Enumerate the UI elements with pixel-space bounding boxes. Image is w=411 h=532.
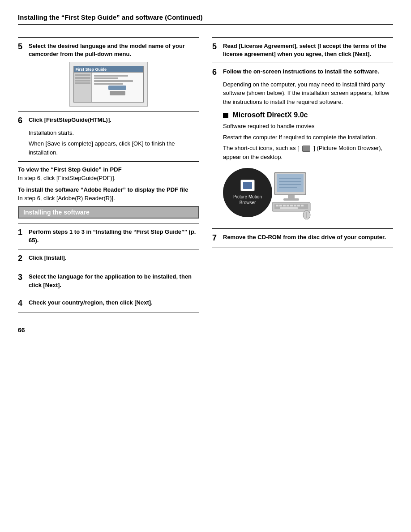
svg-rect-10 <box>276 205 278 206</box>
svg-rect-7 <box>283 198 299 201</box>
screenshot-button-2 <box>110 91 125 95</box>
adobe-body: In step 6, click [Adobe(R) Reader(R)]. <box>18 194 199 203</box>
install-step-text-1: Perform steps 1 to 3 in “Installing the … <box>29 228 199 244</box>
install-step-1: 1 Perform steps 1 to 3 in “Installing th… <box>18 228 199 244</box>
step-6-line1: Installation starts. <box>29 129 199 137</box>
svg-rect-17 <box>301 205 304 206</box>
step-num-5-right: 5 <box>212 42 220 58</box>
pmb-icon-inline <box>302 146 310 152</box>
step-6-body: Installation starts. When [Save is compl… <box>29 129 199 157</box>
pmb-icon-inner <box>243 182 252 189</box>
install-step-num-4: 4 <box>18 299 26 309</box>
right-column: 5 Read [License Agreement], select [I ac… <box>212 33 393 317</box>
svg-rect-18 <box>280 207 298 209</box>
step-6-right: 6 Follow the on-screen instructions to i… <box>212 68 393 77</box>
svg-rect-13 <box>287 205 289 206</box>
step-5-left: 5 Select the desired language and the mo… <box>18 42 199 58</box>
installing-software-header: Installing the software <box>18 206 199 219</box>
ms-restart: Restart the computer if required to comp… <box>223 133 393 142</box>
step-text-5-left: Select the desired language and the mode… <box>29 42 199 58</box>
pmb-label: Picture Motion Browser <box>233 194 262 206</box>
screenshot-sidebar <box>74 73 92 102</box>
install-step-2: 2 Click [Install]. <box>18 254 199 264</box>
adobe-title: To install the software “Adobe Reader” t… <box>18 186 199 193</box>
svg-rect-12 <box>283 205 286 206</box>
step-5-right: 5 Read [License Agreement], select [I ac… <box>212 42 393 58</box>
screenshot-main-area <box>92 73 143 102</box>
screenshot-button <box>108 86 126 90</box>
svg-rect-11 <box>279 205 282 206</box>
install-step-num-3: 3 <box>18 273 26 289</box>
step-text-6-right: Follow the on-screen instructions to ins… <box>223 68 379 77</box>
svg-rect-14 <box>290 205 293 206</box>
svg-rect-15 <box>294 205 296 206</box>
install-step-text-2: Click [Install]. <box>29 254 67 264</box>
page-number: 66 <box>18 326 393 334</box>
step-6-right-body1: Depending on the computer, you may need … <box>223 80 393 107</box>
step-7-right: 7 Remove the CD-ROM from the disc drive … <box>212 233 393 243</box>
pmb-image: Picture Motion Browser <box>223 166 313 224</box>
pmb-circle: Picture Motion Browser <box>223 168 272 217</box>
step-num-5-left: 5 <box>18 42 26 58</box>
first-step-guide-screenshot: First Step Guide <box>69 62 148 107</box>
ms-icons-text: The short-cut icons, such as [ ] (Pictur… <box>223 144 393 161</box>
install-step-3: 3 Select the language for the applicatio… <box>18 273 199 289</box>
page-title: Installing the “First Step Guide” and so… <box>18 13 393 25</box>
step-6-right-body: Depending on the computer, you may need … <box>223 80 393 224</box>
step-6-line2: When [Save is complete] appears, click [… <box>29 139 199 157</box>
step-6-left: 6 Click [FirstStepGuide(HTML)]. <box>18 116 199 126</box>
svg-rect-1 <box>277 174 304 192</box>
step-text-7-right: Remove the CD-ROM from the disc drive of… <box>223 233 386 243</box>
left-column: 5 Select the desired language and the mo… <box>18 33 199 317</box>
pdf-title: To view the “First Step Guide” in PDF <box>18 166 199 173</box>
step-num-6-right: 6 <box>212 68 220 77</box>
step-num-6-left: 6 <box>18 116 26 126</box>
computer-svg-icon <box>270 170 313 219</box>
install-step-num-1: 1 <box>18 228 26 244</box>
step-text-6-left: Click [FirstStepGuide(HTML)]. <box>29 116 111 126</box>
install-step-text-3: Select the language for the application … <box>29 273 199 289</box>
install-step-text-4: Check your country/region, then click [N… <box>29 299 153 309</box>
ms-directx-header: Microsoft DirectX 9.0c <box>223 110 393 120</box>
step-text-5-right: Read [License Agreement], select [I acce… <box>223 42 393 58</box>
svg-rect-6 <box>288 195 295 198</box>
step-num-7-right: 7 <box>212 233 220 243</box>
pdf-body: In step 6, click [FirstStepGuide(PDF)]. <box>18 174 199 183</box>
screenshot-title: First Step Guide <box>76 67 107 72</box>
install-step-num-2: 2 <box>18 254 26 264</box>
black-square-icon <box>223 113 228 118</box>
svg-rect-16 <box>297 205 300 206</box>
install-step-4: 4 Check your country/region, then click … <box>18 299 199 309</box>
pmb-icon <box>240 180 255 191</box>
ms-body: Software required to handle movies <box>223 122 393 131</box>
